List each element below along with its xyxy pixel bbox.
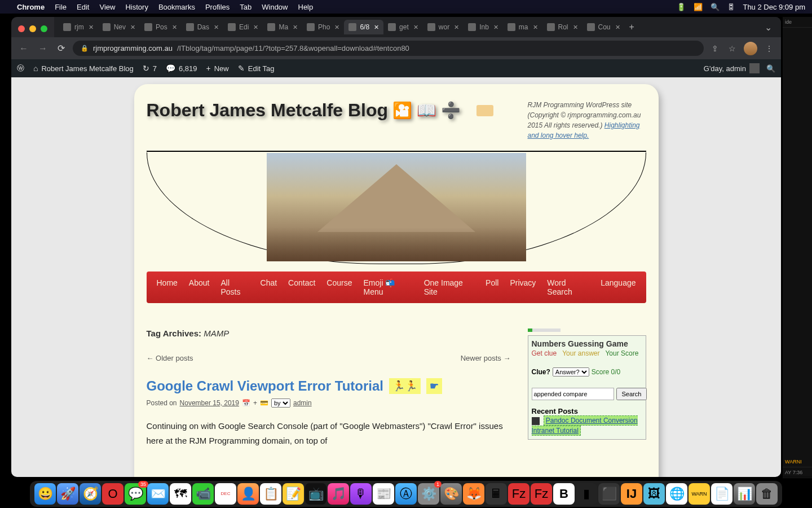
dock-settings[interactable]: ⚙️1: [418, 483, 439, 505]
dock-mail[interactable]: ✉️: [147, 483, 169, 505]
dock-appstore[interactable]: Ⓐ: [395, 483, 417, 505]
tab-3[interactable]: Das✕: [182, 20, 223, 34]
dock-maps[interactable]: 🗺: [170, 483, 191, 505]
nav-language[interactable]: Language: [601, 278, 636, 296]
your-score-link[interactable]: Your Score: [605, 349, 638, 357]
dock-filezilla2[interactable]: Fz: [531, 483, 552, 505]
dock-news[interactable]: 📰: [373, 483, 394, 505]
tab-10[interactable]: Inb✕: [464, 20, 503, 34]
wp-updates[interactable]: ↻7: [143, 64, 157, 73]
nav-course[interactable]: Course: [326, 278, 352, 296]
dock-podcasts[interactable]: 🎙: [350, 483, 372, 505]
tab-11[interactable]: ma✕: [503, 20, 542, 34]
menubar-bookmarks[interactable]: Bookmarks: [158, 3, 195, 11]
close-tab-icon[interactable]: ✕: [253, 24, 258, 31]
close-tab-icon[interactable]: ✕: [172, 24, 177, 31]
sidebar-search-button[interactable]: Search: [616, 388, 647, 400]
by-select[interactable]: by: [271, 398, 290, 408]
tab-overflow-icon[interactable]: ⌄: [760, 22, 776, 33]
dock-finder[interactable]: 😀: [34, 483, 56, 505]
reload-button[interactable]: ⟳: [55, 41, 67, 56]
close-window-button[interactable]: [18, 25, 25, 32]
close-tab-icon[interactable]: ✕: [413, 24, 418, 31]
nav-home[interactable]: Home: [157, 278, 178, 296]
dock-firefox[interactable]: 🦊: [463, 483, 484, 505]
wp-greeting[interactable]: G'day, admin: [704, 63, 760, 73]
camera-icon[interactable]: 🎦: [392, 101, 412, 120]
nav-about[interactable]: About: [189, 278, 210, 296]
nav-contact[interactable]: Contact: [288, 278, 315, 296]
dock-app-2[interactable]: ⬛: [598, 483, 620, 505]
calendar-icon[interactable]: 📅: [242, 399, 250, 407]
menubar-help[interactable]: Help: [298, 3, 314, 11]
tab-12[interactable]: Rol✕: [542, 20, 582, 34]
nav-emoji[interactable]: Emoji 📬 Menu: [363, 278, 412, 296]
clue-select[interactable]: Answer?: [553, 367, 589, 376]
menubar-edit[interactable]: Edit: [77, 3, 89, 11]
post-title-link[interactable]: Google Crawl Viewport Error Tutorial: [147, 378, 384, 394]
profile-avatar[interactable]: [744, 42, 757, 55]
wp-logo-icon[interactable]: ⓦ: [17, 63, 24, 73]
nav-chat[interactable]: Chat: [261, 278, 277, 296]
post-date-link[interactable]: November 15, 2019: [180, 399, 239, 407]
dock-trash[interactable]: 🗑: [756, 483, 778, 505]
dock-opera[interactable]: O: [102, 483, 123, 505]
dock-filezilla[interactable]: Fz: [508, 483, 529, 505]
menubar-view[interactable]: View: [99, 3, 115, 11]
menubar-window[interactable]: Window: [262, 3, 288, 11]
tab-1[interactable]: Nev✕: [98, 20, 140, 34]
dock-facetime[interactable]: 📹: [192, 483, 214, 505]
close-tab-icon[interactable]: ✕: [214, 24, 219, 31]
spotlight-icon[interactable]: 🔍: [710, 3, 720, 11]
share-icon[interactable]: ⇪: [709, 42, 721, 55]
dock-app-b[interactable]: B: [553, 483, 575, 505]
dock-reminders[interactable]: 📋: [260, 483, 281, 505]
close-tab-icon[interactable]: ✕: [130, 24, 135, 31]
battery-icon[interactable]: 🔋: [677, 3, 686, 11]
page-viewport[interactable]: Robert James Metcalfe Blog 🎦 📖 ➗ RJM Pro…: [11, 77, 781, 477]
wp-new[interactable]: +New: [206, 64, 229, 73]
url-input[interactable]: 🔒 rjmprogramming.com.au/ITblog/tag/mamp/…: [73, 41, 704, 56]
close-tab-icon[interactable]: ✕: [493, 24, 498, 31]
nav-allposts[interactable]: All Posts: [220, 278, 249, 296]
dock-safari[interactable]: 🧭: [80, 483, 101, 505]
nav-privacy[interactable]: Privacy: [510, 278, 536, 296]
close-tab-icon[interactable]: ✕: [573, 24, 578, 31]
wifi-icon[interactable]: 📶: [694, 3, 703, 11]
bookmark-star-icon[interactable]: ☆: [726, 42, 738, 55]
menubar-file[interactable]: File: [55, 3, 67, 11]
wp-search-icon[interactable]: 🔍: [766, 64, 775, 73]
new-tab-button[interactable]: +: [625, 22, 639, 32]
close-tab-icon[interactable]: ✕: [293, 24, 298, 31]
dock-calculator[interactable]: 🖩: [486, 483, 507, 505]
menubar-datetime[interactable]: Thu 2 Dec 9:09 pm: [743, 3, 805, 11]
chrome-menu-icon[interactable]: ⋮: [763, 42, 775, 55]
tab-7[interactable]: 6/8✕: [344, 20, 383, 34]
older-posts-link[interactable]: ← Older posts: [147, 354, 193, 362]
nav-oneimage[interactable]: One Image Site: [424, 278, 474, 296]
minimize-window-button[interactable]: [29, 25, 36, 32]
newer-posts-link[interactable]: Newer posts →: [461, 354, 511, 362]
back-button[interactable]: ←: [17, 41, 30, 56]
your-answer-link[interactable]: Your answer: [562, 349, 599, 357]
tab-5[interactable]: Ma✕: [263, 20, 302, 34]
dock-app-1[interactable]: 🎨: [440, 483, 462, 505]
tag-icon[interactable]: [476, 105, 493, 116]
author-link[interactable]: admin: [293, 399, 312, 407]
card-icon[interactable]: 💳: [260, 399, 268, 407]
book-icon[interactable]: 📖: [417, 101, 436, 120]
wp-site-link[interactable]: ⌂Robert James Metcalfe Blog: [33, 64, 134, 73]
menubar-app[interactable]: Chrome: [17, 3, 45, 11]
close-tab-icon[interactable]: ✕: [615, 24, 620, 31]
runner-badge-icon[interactable]: 🏃🏃: [389, 378, 421, 394]
nav-poll[interactable]: Poll: [486, 278, 498, 296]
sidebar-search-input[interactable]: [532, 388, 614, 400]
recent-post-link[interactable]: Pandoc Document Conversion Intranet Tuto…: [532, 415, 638, 436]
fullscreen-window-button[interactable]: [41, 25, 47, 32]
tab-0[interactable]: rjm✕: [59, 20, 98, 34]
tab-9[interactable]: wor✕: [423, 20, 464, 34]
dock-chrome[interactable]: 🌐: [666, 483, 687, 505]
pointer-badge-icon[interactable]: ☛: [426, 378, 442, 394]
menubar-tab[interactable]: Tab: [240, 3, 251, 11]
close-tab-icon[interactable]: ✕: [454, 24, 459, 31]
